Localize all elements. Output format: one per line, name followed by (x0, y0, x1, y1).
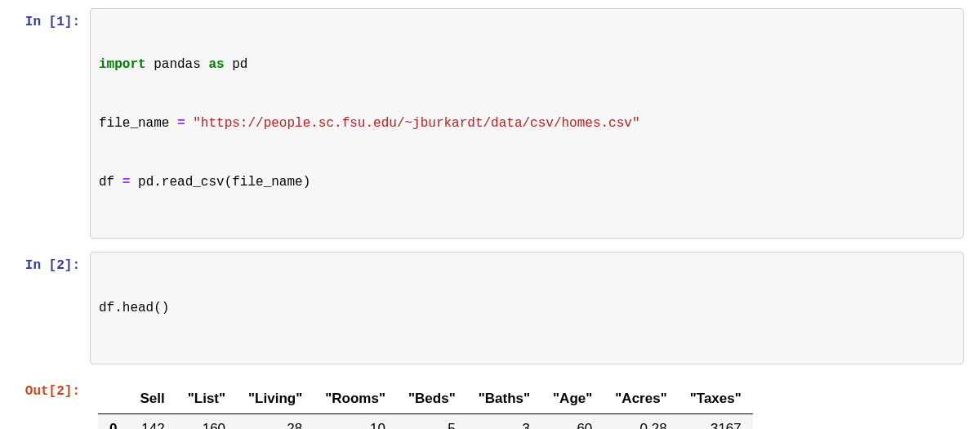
operator-assign: = (177, 116, 185, 131)
cell: 3 (467, 414, 541, 430)
table-row: 0 142 160 28 10 5 3 60 0.28 3167 (98, 414, 753, 430)
code-text: file_name (99, 116, 177, 131)
code-text: pandas (146, 57, 209, 72)
string-literal: "https://people.sc.fsu.edu/~jburkardt/da… (193, 116, 639, 131)
code-text: pd.read_csv(file_name) (130, 175, 310, 190)
output-area-2: Sell "List" "Living" "Rooms" "Beds" "Bat… (90, 378, 964, 429)
code-text: df.head() (99, 301, 169, 315)
table-corner (98, 384, 128, 414)
code-cell-2: In [2]: df.head() (16, 252, 964, 364)
dataframe-table: Sell "List" "Living" "Rooms" "Beds" "Bat… (98, 384, 753, 429)
row-index: 0 (98, 414, 128, 430)
cell: 60 (541, 414, 604, 430)
column-header: "Taxes" (679, 384, 753, 414)
keyword-as: as (208, 57, 224, 72)
column-header: "Beds" (397, 384, 467, 414)
column-header: "Age" (541, 384, 604, 414)
column-header: "Baths" (467, 384, 541, 414)
output-prompt-2: Out[2]: (16, 378, 90, 399)
cell: 160 (176, 414, 237, 430)
output-cell-2: Out[2]: Sell "List" "Living" "Rooms" "Be… (16, 378, 964, 429)
code-line: import pandas as pd (99, 55, 955, 74)
column-header: "List" (176, 384, 237, 414)
column-header: Sell (128, 384, 176, 414)
code-line: df.head() (99, 298, 955, 318)
code-input-1[interactable]: import pandas as pd file_name = "https:/… (90, 8, 964, 239)
cell: 142 (128, 414, 176, 430)
code-text (185, 116, 194, 131)
cell: 5 (397, 414, 467, 430)
input-prompt-1: In [1]: (16, 8, 90, 29)
cell: 3167 (679, 414, 753, 430)
code-text: pd (225, 57, 248, 72)
input-prompt-2: In [2]: (16, 252, 90, 273)
column-header: "Acres" (604, 384, 678, 414)
code-line: df = pd.read_csv(file_name) (99, 172, 955, 192)
code-cell-1: In [1]: import pandas as pd file_name = … (16, 8, 964, 239)
table-header-row: Sell "List" "Living" "Rooms" "Beds" "Bat… (98, 384, 753, 414)
cell: 10 (314, 414, 397, 430)
column-header: "Living" (237, 384, 314, 414)
column-header: "Rooms" (314, 384, 397, 414)
code-input-2[interactable]: df.head() (90, 252, 964, 364)
code-text: df (99, 175, 122, 190)
cell: 28 (237, 414, 314, 430)
code-line: file_name = "https://people.sc.fsu.edu/~… (99, 114, 955, 133)
operator-assign: = (122, 175, 131, 190)
cell: 0.28 (604, 414, 678, 430)
keyword-import: import (99, 57, 146, 72)
